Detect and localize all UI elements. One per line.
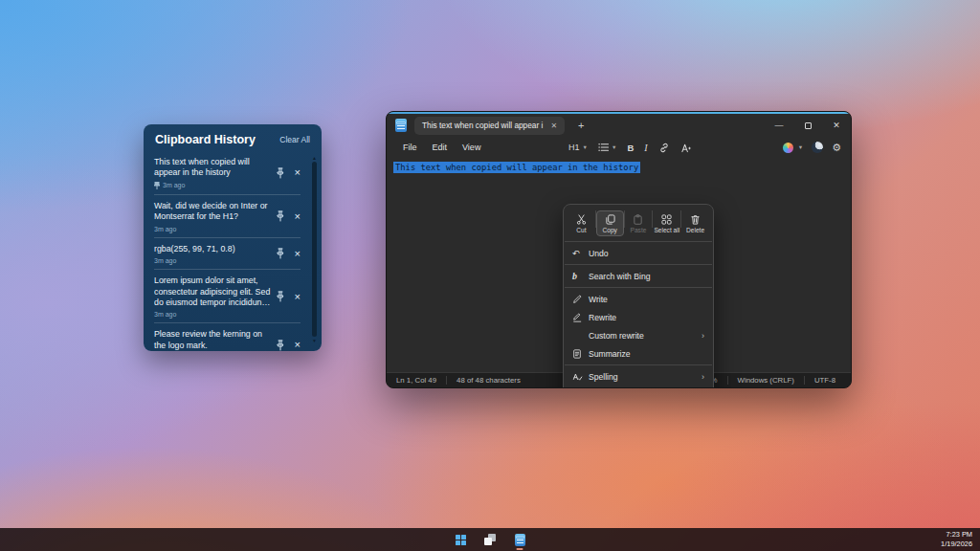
selected-text[interactable]: This text when copied will appear in the… — [393, 162, 640, 173]
menu-item-write[interactable]: Write — [564, 290, 713, 308]
clipboard-item[interactable]: Wait, did we decide on Inter or Montserr… — [154, 194, 301, 237]
context-menu: Cut Copy Paste Select all — [563, 204, 714, 388]
status-encoding[interactable]: UTF-8 — [805, 376, 851, 385]
start-button[interactable] — [454, 533, 468, 547]
rewrite-with-copilot-button[interactable] — [680, 143, 692, 153]
pin-icon[interactable] — [276, 167, 285, 179]
link-button[interactable] — [658, 143, 670, 153]
desktop: Clipboard History Clear All This text wh… — [0, 0, 980, 551]
maximize-button[interactable] — [793, 115, 822, 136]
menu-item-rewrite[interactable]: Rewrite — [564, 308, 713, 326]
menu-view[interactable]: View — [455, 140, 488, 155]
clipboard-item[interactable]: This text when copied will appear in the… — [154, 151, 301, 194]
menu-item-custom-rewrite[interactable]: Custom rewrite › — [564, 326, 713, 344]
pin-icon[interactable] — [276, 210, 285, 222]
cut-icon — [576, 214, 587, 225]
close-icon[interactable]: × — [295, 211, 301, 222]
clipboard-header: Clipboard History Clear All — [144, 124, 322, 151]
clipboard-item-actions: × — [276, 167, 301, 179]
clipboard-item-text: rgba(255, 99, 71, 0.8) — [154, 244, 272, 254]
pin-icon[interactable] — [276, 248, 285, 259]
menu-separator — [565, 241, 712, 242]
clipboard-item-text: Please review the kerning on the logo ma… — [154, 329, 272, 351]
undo-icon: ↶ — [572, 248, 589, 258]
close-icon[interactable]: × — [295, 292, 301, 302]
task-view-button[interactable] — [483, 533, 498, 547]
minimize-button[interactable]: — — [765, 115, 793, 136]
clipboard-item[interactable]: Lorem ipsum dolor sit amet, consectetur … — [154, 269, 301, 322]
menu-item-summarize[interactable]: Summarize — [564, 344, 713, 363]
clipboard-item-actions: × — [276, 248, 301, 259]
bold-button[interactable]: B — [627, 143, 634, 153]
clipboard-item-time: 3m ago — [154, 182, 272, 189]
clipboard-item-time: 3m ago — [154, 226, 272, 232]
paste-button[interactable]: Paste — [625, 210, 653, 236]
italic-button[interactable]: I — [644, 143, 647, 153]
close-icon[interactable]: × — [295, 340, 301, 350]
copy-icon — [605, 214, 615, 225]
clipboard-item-actions: × — [276, 210, 301, 222]
sparkle-text-icon — [680, 143, 692, 153]
menu-item-label: Spelling — [589, 372, 618, 382]
chevron-down-icon: ▼ — [583, 144, 588, 150]
chevron-down-icon[interactable]: ▼ — [798, 144, 803, 150]
menu-item-search-with-bing[interactable]: b Search with Bing — [564, 267, 713, 285]
copy-label: Copy — [602, 227, 616, 233]
clear-all-button[interactable]: Clear All — [279, 135, 310, 144]
notepad-tab[interactable]: This text when copied will appear i ✕ — [414, 117, 565, 135]
clipboard-item-actions: × — [276, 291, 301, 302]
settings-gear-icon[interactable]: ⚙ — [832, 143, 841, 153]
menu-separator — [565, 387, 712, 388]
account-avatar[interactable] — [812, 142, 823, 153]
clock-time: 7:23 PM — [946, 530, 972, 540]
notepad-window: This text when copied will appear i ✕ + … — [386, 111, 852, 388]
close-icon[interactable]: × — [295, 249, 301, 259]
menu-file[interactable]: File — [395, 140, 425, 155]
clipboard-item-text: Lorem ipsum dolor sit amet, consectetur … — [154, 276, 272, 308]
clipboard-item[interactable]: rgba(255, 99, 71, 0.8) 3m ago × — [154, 237, 301, 269]
taskbar-notepad-button[interactable] — [513, 533, 527, 547]
notepad-tabbar: This text when copied will appear i ✕ + … — [387, 112, 851, 136]
copilot-icon[interactable] — [783, 143, 793, 153]
status-character-count: 48 of 48 characters — [447, 376, 530, 385]
taskbar-clock[interactable]: 7:23 PM 1/19/2026 — [941, 528, 972, 551]
delete-label: Delete — [686, 227, 704, 233]
pin-icon[interactable] — [276, 340, 285, 351]
clipboard-history-panel: Clipboard History Clear All This text wh… — [144, 124, 322, 351]
clipboard-item-body: This text when copied will appear in the… — [154, 157, 276, 189]
status-line-endings[interactable]: Windows (CRLF) — [728, 376, 804, 385]
pin-icon[interactable] — [276, 291, 285, 302]
select-all-button[interactable]: Select all — [653, 210, 680, 236]
clipboard-item-body: rgba(255, 99, 71, 0.8) 3m ago — [154, 244, 276, 264]
scroll-up-icon[interactable]: ▲ — [311, 155, 318, 161]
heading-dropdown[interactable]: H1 ▼ — [568, 143, 588, 152]
list-dropdown[interactable]: ▼ — [598, 143, 616, 152]
menu-item-label: Rewrite — [589, 313, 616, 322]
scroll-down-icon[interactable]: ▼ — [311, 338, 318, 343]
copy-button[interactable]: Copy — [596, 210, 624, 236]
tab-close-icon[interactable]: ✕ — [550, 121, 557, 130]
clipboard-list: This text when copied will appear in the… — [144, 151, 322, 351]
cut-button[interactable]: Cut — [568, 210, 595, 236]
editor-area[interactable]: This text when copied will appear in the… — [387, 159, 851, 374]
timestamp: 3m ago — [154, 257, 176, 264]
context-menu-icon-row: Cut Copy Paste Select all — [564, 208, 713, 239]
chevron-down-icon: ▼ — [612, 144, 616, 150]
clipboard-scrollbar[interactable]: ▲ ▼ — [311, 155, 318, 343]
scrollbar-thumb[interactable] — [312, 162, 317, 337]
paste-label: Paste — [631, 227, 647, 233]
cut-label: Cut — [576, 227, 586, 233]
menu-edit[interactable]: Edit — [425, 140, 456, 155]
new-tab-button[interactable]: + — [578, 120, 584, 131]
close-button[interactable]: ✕ — [822, 115, 851, 136]
menu-item-undo[interactable]: ↶ Undo — [564, 244, 713, 262]
spelling-check-icon — [572, 372, 589, 382]
clipboard-item-text: This text when copied will appear in the… — [154, 157, 272, 179]
close-icon[interactable]: × — [295, 167, 301, 178]
link-icon — [658, 143, 670, 153]
delete-button[interactable]: Delete — [681, 210, 709, 236]
windows-logo-icon — [456, 535, 466, 545]
clipboard-item[interactable]: Please review the kerning on the logo ma… — [154, 322, 301, 351]
formatting-toolbar: H1 ▼ ▼ B I — [568, 136, 692, 159]
menu-item-spelling[interactable]: Spelling › — [564, 367, 713, 386]
